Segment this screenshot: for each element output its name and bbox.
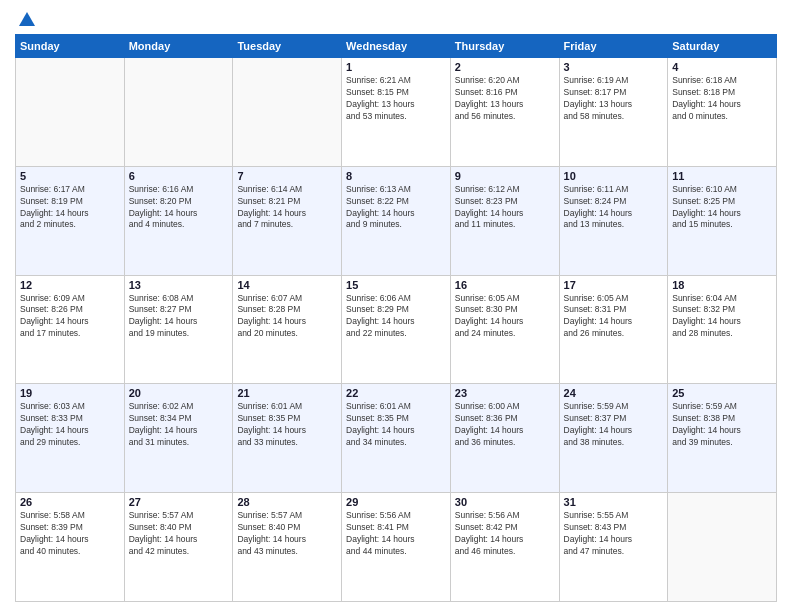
day-number: 10 [564,170,664,182]
day-info: Sunrise: 6:20 AMSunset: 8:16 PMDaylight:… [455,75,555,123]
logo-icon [17,10,37,30]
day-cell: 29Sunrise: 5:56 AMSunset: 8:41 PMDayligh… [342,493,451,602]
day-cell: 30Sunrise: 5:56 AMSunset: 8:42 PMDayligh… [450,493,559,602]
day-cell: 26Sunrise: 5:58 AMSunset: 8:39 PMDayligh… [16,493,125,602]
day-info: Sunrise: 6:16 AMSunset: 8:20 PMDaylight:… [129,184,229,232]
day-cell: 25Sunrise: 5:59 AMSunset: 8:38 PMDayligh… [668,384,777,493]
day-cell: 5Sunrise: 6:17 AMSunset: 8:19 PMDaylight… [16,166,125,275]
day-info: Sunrise: 5:58 AMSunset: 8:39 PMDaylight:… [20,510,120,558]
day-info: Sunrise: 6:12 AMSunset: 8:23 PMDaylight:… [455,184,555,232]
day-number: 4 [672,61,772,73]
day-info: Sunrise: 6:06 AMSunset: 8:29 PMDaylight:… [346,293,446,341]
week-row-5: 26Sunrise: 5:58 AMSunset: 8:39 PMDayligh… [16,493,777,602]
day-number: 22 [346,387,446,399]
day-cell: 18Sunrise: 6:04 AMSunset: 8:32 PMDayligh… [668,275,777,384]
day-cell: 10Sunrise: 6:11 AMSunset: 8:24 PMDayligh… [559,166,668,275]
day-cell: 4Sunrise: 6:18 AMSunset: 8:18 PMDaylight… [668,58,777,167]
header [15,10,777,26]
day-number: 25 [672,387,772,399]
day-info: Sunrise: 6:18 AMSunset: 8:18 PMDaylight:… [672,75,772,123]
day-cell: 6Sunrise: 6:16 AMSunset: 8:20 PMDaylight… [124,166,233,275]
day-cell: 13Sunrise: 6:08 AMSunset: 8:27 PMDayligh… [124,275,233,384]
day-info: Sunrise: 6:11 AMSunset: 8:24 PMDaylight:… [564,184,664,232]
day-cell: 2Sunrise: 6:20 AMSunset: 8:16 PMDaylight… [450,58,559,167]
day-cell: 16Sunrise: 6:05 AMSunset: 8:30 PMDayligh… [450,275,559,384]
day-info: Sunrise: 6:09 AMSunset: 8:26 PMDaylight:… [20,293,120,341]
weekday-header-monday: Monday [124,35,233,58]
day-info: Sunrise: 6:10 AMSunset: 8:25 PMDaylight:… [672,184,772,232]
day-info: Sunrise: 6:07 AMSunset: 8:28 PMDaylight:… [237,293,337,341]
day-cell: 19Sunrise: 6:03 AMSunset: 8:33 PMDayligh… [16,384,125,493]
day-number: 19 [20,387,120,399]
day-number: 7 [237,170,337,182]
day-info: Sunrise: 5:56 AMSunset: 8:41 PMDaylight:… [346,510,446,558]
day-cell: 22Sunrise: 6:01 AMSunset: 8:35 PMDayligh… [342,384,451,493]
day-info: Sunrise: 5:59 AMSunset: 8:37 PMDaylight:… [564,401,664,449]
day-number: 17 [564,279,664,291]
day-number: 15 [346,279,446,291]
day-info: Sunrise: 6:14 AMSunset: 8:21 PMDaylight:… [237,184,337,232]
day-info: Sunrise: 6:01 AMSunset: 8:35 PMDaylight:… [237,401,337,449]
day-info: Sunrise: 5:55 AMSunset: 8:43 PMDaylight:… [564,510,664,558]
day-info: Sunrise: 5:56 AMSunset: 8:42 PMDaylight:… [455,510,555,558]
week-row-1: 1Sunrise: 6:21 AMSunset: 8:15 PMDaylight… [16,58,777,167]
weekday-header-tuesday: Tuesday [233,35,342,58]
day-number: 12 [20,279,120,291]
day-info: Sunrise: 6:01 AMSunset: 8:35 PMDaylight:… [346,401,446,449]
day-number: 23 [455,387,555,399]
day-number: 5 [20,170,120,182]
day-cell: 3Sunrise: 6:19 AMSunset: 8:17 PMDaylight… [559,58,668,167]
day-cell: 24Sunrise: 5:59 AMSunset: 8:37 PMDayligh… [559,384,668,493]
day-info: Sunrise: 6:03 AMSunset: 8:33 PMDaylight:… [20,401,120,449]
day-cell: 21Sunrise: 6:01 AMSunset: 8:35 PMDayligh… [233,384,342,493]
day-number: 20 [129,387,229,399]
svg-marker-0 [19,12,35,26]
day-info: Sunrise: 5:59 AMSunset: 8:38 PMDaylight:… [672,401,772,449]
day-number: 9 [455,170,555,182]
day-number: 29 [346,496,446,508]
day-info: Sunrise: 6:08 AMSunset: 8:27 PMDaylight:… [129,293,229,341]
day-number: 16 [455,279,555,291]
day-number: 21 [237,387,337,399]
day-cell: 12Sunrise: 6:09 AMSunset: 8:26 PMDayligh… [16,275,125,384]
day-info: Sunrise: 6:17 AMSunset: 8:19 PMDaylight:… [20,184,120,232]
day-info: Sunrise: 5:57 AMSunset: 8:40 PMDaylight:… [129,510,229,558]
day-number: 26 [20,496,120,508]
day-cell: 17Sunrise: 6:05 AMSunset: 8:31 PMDayligh… [559,275,668,384]
day-number: 18 [672,279,772,291]
weekday-header-friday: Friday [559,35,668,58]
day-cell [233,58,342,167]
day-cell: 8Sunrise: 6:13 AMSunset: 8:22 PMDaylight… [342,166,451,275]
day-cell [668,493,777,602]
weekday-header-saturday: Saturday [668,35,777,58]
calendar-table: SundayMondayTuesdayWednesdayThursdayFrid… [15,34,777,602]
page: SundayMondayTuesdayWednesdayThursdayFrid… [0,0,792,612]
day-number: 30 [455,496,555,508]
weekday-header-wednesday: Wednesday [342,35,451,58]
day-info: Sunrise: 5:57 AMSunset: 8:40 PMDaylight:… [237,510,337,558]
day-cell [16,58,125,167]
day-cell: 7Sunrise: 6:14 AMSunset: 8:21 PMDaylight… [233,166,342,275]
day-cell: 20Sunrise: 6:02 AMSunset: 8:34 PMDayligh… [124,384,233,493]
day-number: 3 [564,61,664,73]
day-cell: 1Sunrise: 6:21 AMSunset: 8:15 PMDaylight… [342,58,451,167]
day-info: Sunrise: 6:00 AMSunset: 8:36 PMDaylight:… [455,401,555,449]
logo [15,10,37,26]
day-info: Sunrise: 6:05 AMSunset: 8:30 PMDaylight:… [455,293,555,341]
day-cell [124,58,233,167]
day-cell: 9Sunrise: 6:12 AMSunset: 8:23 PMDaylight… [450,166,559,275]
weekday-header-sunday: Sunday [16,35,125,58]
week-row-4: 19Sunrise: 6:03 AMSunset: 8:33 PMDayligh… [16,384,777,493]
day-cell: 31Sunrise: 5:55 AMSunset: 8:43 PMDayligh… [559,493,668,602]
day-cell: 14Sunrise: 6:07 AMSunset: 8:28 PMDayligh… [233,275,342,384]
day-cell: 11Sunrise: 6:10 AMSunset: 8:25 PMDayligh… [668,166,777,275]
day-number: 28 [237,496,337,508]
day-info: Sunrise: 6:21 AMSunset: 8:15 PMDaylight:… [346,75,446,123]
day-cell: 28Sunrise: 5:57 AMSunset: 8:40 PMDayligh… [233,493,342,602]
day-info: Sunrise: 6:13 AMSunset: 8:22 PMDaylight:… [346,184,446,232]
day-info: Sunrise: 6:19 AMSunset: 8:17 PMDaylight:… [564,75,664,123]
day-number: 6 [129,170,229,182]
day-cell: 15Sunrise: 6:06 AMSunset: 8:29 PMDayligh… [342,275,451,384]
day-info: Sunrise: 6:04 AMSunset: 8:32 PMDaylight:… [672,293,772,341]
day-number: 11 [672,170,772,182]
